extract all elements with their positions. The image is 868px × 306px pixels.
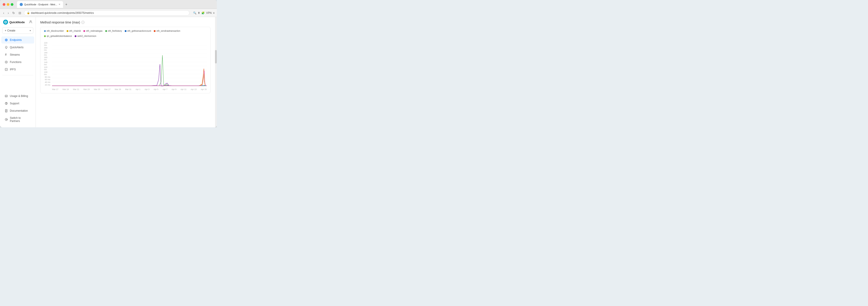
y-label-20: 20 ms: [45, 84, 50, 86]
line-eth-estimategas: [52, 71, 207, 86]
main-content: Method response time (max) i eth_blocknu…: [36, 17, 215, 127]
chart-plot-area: Mar 17 Mar 19 Mar 21 Mar 23 Mar 25 Mar 2…: [52, 42, 207, 91]
sidebar-item-quickalerts[interactable]: QuickAlerts: [1, 44, 34, 51]
active-tab[interactable]: QuickNode - Endpoint - Metr... ✕: [17, 1, 63, 8]
sidebar-item-switch-partners[interactable]: Switch to Partners: [1, 114, 34, 125]
extensions-icon[interactable]: 🧩: [202, 11, 205, 14]
sidebar-divider-1: [2, 75, 33, 75]
documentation-icon: [4, 109, 8, 112]
x-label-apr9: Apr 9: [172, 88, 177, 91]
x-label-mar29: Mar 29: [115, 88, 121, 91]
legend-item-eth-feehistory: eth_feehistory: [105, 30, 122, 32]
legend-item-eth-estimategas: eth_estimategas: [83, 30, 102, 32]
sidebar-item-functions[interactable]: Functions: [1, 59, 34, 66]
legend-label-web3-clientversion: web3_clientversion: [77, 35, 96, 37]
legend-dot-eth-feehistory: [105, 30, 107, 32]
y-label-200: 200 ms: [44, 47, 50, 51]
search-icon[interactable]: 🔍: [193, 11, 196, 14]
legend-dot-eth-sendrawtransaction: [154, 30, 156, 32]
sidebar-item-endpoints[interactable]: Endpoints: [1, 36, 34, 43]
legend-label-eth-estimategas: eth_estimategas: [86, 30, 102, 32]
line-eth-sendrawtransaction: [52, 69, 207, 86]
sidebar-item-usage-billing[interactable]: Usage & Billing: [1, 93, 34, 100]
legend-dot-eth-blocknumber: [44, 30, 46, 32]
new-tab-button[interactable]: +: [64, 2, 69, 7]
share-icon[interactable]: ⬆: [198, 11, 200, 14]
usage-billing-label: Usage & Billing: [10, 95, 28, 98]
quickalerts-icon: [4, 45, 8, 49]
scrollbar-thumb[interactable]: [215, 50, 217, 63]
chart-title-text: Method response time (max): [40, 21, 80, 24]
browser-icons: 🔍 ⬆ 🧩 VPN ≡: [193, 11, 215, 14]
forward-button[interactable]: ›: [7, 11, 10, 15]
close-button[interactable]: [3, 3, 5, 6]
legend-dot-web3-clientversion: [75, 35, 76, 37]
x-label-apr15: Apr 15: [201, 88, 207, 91]
vpn-label[interactable]: VPN: [206, 11, 212, 14]
tab-close-icon[interactable]: ✕: [59, 3, 60, 6]
x-label-apr3: Apr 3: [145, 88, 150, 91]
x-label-mar25: Mar 25: [94, 88, 100, 91]
create-left: + Create: [5, 29, 16, 32]
x-label-apr7: Apr 7: [162, 88, 167, 91]
usage-billing-icon: [4, 94, 8, 98]
minimize-button[interactable]: [7, 3, 9, 6]
line-eth-feehistory: [52, 55, 207, 86]
scrollbar[interactable]: [215, 17, 217, 127]
sidebar: QuickNode + Create ▾ Endpoints: [0, 17, 36, 127]
sidebar-header: QuickNode: [0, 20, 35, 27]
legend-label-eth-sendrawtransaction: eth_sendrawtransaction: [156, 30, 180, 32]
logo-icon: [3, 20, 8, 25]
tab-favicon: [20, 3, 23, 6]
y-axis: 220 ms 200 ms 180 ms 160 ms 140 ms 120 m…: [44, 42, 52, 91]
legend-item-eth-gettransactioncount: eth_gettransactioncount: [125, 30, 151, 32]
legend-label-eth-chainid: eth_chainId: [69, 30, 81, 32]
info-icon[interactable]: i: [81, 21, 85, 24]
maximize-button[interactable]: [11, 3, 13, 6]
legend-item-eth-blocknumber: eth_blocknumber: [44, 30, 64, 32]
x-label-mar23: Mar 23: [83, 88, 90, 91]
y-label-120: 120 ms: [44, 66, 50, 71]
sidebar-item-streams[interactable]: Streams: [1, 51, 34, 58]
sidebar-item-ipfs[interactable]: IPFS: [1, 66, 34, 73]
legend-label-eth-blocknumber: eth_blocknumber: [47, 30, 64, 32]
ipfs-icon: [4, 68, 8, 71]
back-button[interactable]: ‹: [2, 11, 5, 15]
legend-item-eth-chainid: eth_chainId: [67, 30, 81, 32]
svg-point-1: [5, 22, 6, 23]
line-qn-getwallettokenbalance: [52, 84, 207, 86]
create-button[interactable]: + Create ▾: [2, 27, 33, 34]
streams-label: Streams: [10, 53, 20, 56]
y-label-80: 80 ms: [45, 76, 50, 78]
menu-icon[interactable]: ≡: [213, 11, 215, 14]
x-label-apr1: Apr 1: [136, 88, 141, 91]
x-label-mar27: Mar 27: [104, 88, 111, 91]
bookmark-button[interactable]: ⊟: [18, 11, 22, 15]
traffic-lights: [3, 3, 13, 6]
browser-window: QuickNode - Endpoint - Metr... ✕ + ‹ › ↻…: [0, 0, 217, 127]
chevron-down-icon: ▾: [30, 30, 31, 32]
legend-dot-eth-estimategas: [83, 30, 85, 32]
streams-icon: [4, 53, 8, 57]
sidebar-item-documentation[interactable]: Documentation: [1, 107, 34, 114]
sidebar-item-support[interactable]: Support: [1, 100, 34, 107]
sidebar-bottom: Usage & Billing Support Documentation: [0, 93, 35, 125]
endpoints-label: Endpoints: [10, 38, 22, 41]
legend-dot-eth-chainid: [67, 30, 68, 32]
line-eth-chainid: [52, 73, 207, 86]
address-bar[interactable]: 🔒 dashboard.quicknode.com/endpoints/2650…: [24, 10, 189, 15]
legend-label-qn-getwallettokenbalance: qn_getwalletokenbalance: [47, 35, 72, 37]
support-label: Support: [10, 102, 19, 105]
documentation-label: Documentation: [10, 109, 28, 112]
tab-label: QuickNode - Endpoint - Metr...: [24, 3, 57, 6]
legend-item-qn-getwallettokenbalance: qn_getwalletokenbalance: [44, 35, 72, 37]
chart-section: Method response time (max) i eth_blocknu…: [40, 21, 211, 93]
chart-title: Method response time (max) i: [40, 21, 211, 24]
logo-text: QuickNode: [9, 21, 25, 24]
x-label-mar31: Mar 31: [125, 88, 131, 91]
switch-partners-label: Switch to Partners: [10, 116, 31, 123]
app-layout: QuickNode + Create ▾ Endpoints: [0, 17, 217, 127]
reload-button[interactable]: ↻: [11, 11, 16, 15]
user-icon-button[interactable]: [29, 20, 32, 24]
y-label-160: 160 ms: [44, 56, 50, 61]
